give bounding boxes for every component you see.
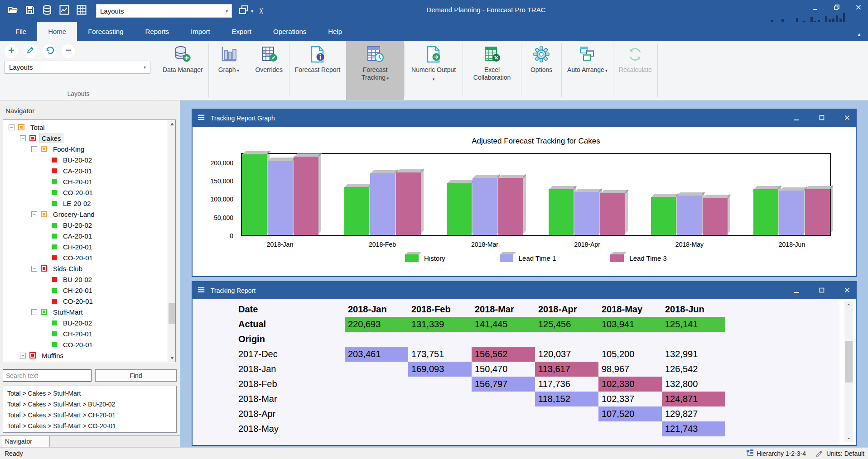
table-cell[interactable]: [472, 406, 535, 421]
table-cell[interactable]: [472, 421, 535, 436]
tree-item-co-20-01[interactable]: CO-20-01: [3, 339, 167, 350]
bar-lead-time-1-2018-feb[interactable]: [370, 173, 395, 235]
window-menu-button[interactable]: [197, 286, 205, 296]
table-cell[interactable]: [662, 332, 725, 347]
table-cell[interactable]: 102,330: [598, 377, 662, 392]
table-cell[interactable]: 156,562: [472, 347, 535, 362]
tree-item-ch-20-01[interactable]: CH-20-01: [3, 241, 167, 252]
table-cell[interactable]: [535, 406, 598, 421]
table-cell[interactable]: 120,037: [535, 347, 598, 362]
tree-item-ca-20-01[interactable]: CA-20-01: [3, 165, 167, 176]
bar-lead-time-1-2018-may[interactable]: [677, 196, 702, 235]
auto-arrange-button[interactable]: Auto Arrange ▾: [562, 41, 613, 100]
table-cell[interactable]: 126,542: [662, 362, 725, 377]
tree-item-bu-20-02[interactable]: BU-20-02: [3, 274, 167, 285]
table-cell[interactable]: [345, 332, 408, 347]
undo-layout-button[interactable]: [43, 44, 56, 58]
excel-collaboration-button[interactable]: Excel Collaboration: [463, 41, 521, 100]
table-cell[interactable]: 102,337: [598, 392, 662, 406]
tab-file[interactable]: File: [5, 22, 37, 41]
graph-button[interactable]: Graph ▾: [209, 41, 249, 100]
close-button[interactable]: [842, 113, 852, 123]
table-cell[interactable]: 141,445: [472, 317, 535, 332]
expander-collapse-icon[interactable]: −: [31, 266, 37, 272]
table-cell[interactable]: 121,743: [662, 421, 725, 436]
table-cell[interactable]: [408, 332, 472, 347]
table-cell[interactable]: 129,827: [662, 406, 725, 421]
tab-help[interactable]: Help: [317, 22, 353, 41]
search-result-item[interactable]: Total > Cakes > Stuff-Mart > CO-20-01: [3, 421, 176, 431]
table-cell[interactable]: 117,736: [535, 377, 598, 392]
expander-collapse-icon[interactable]: −: [20, 353, 26, 359]
tab-home[interactable]: Home: [37, 22, 77, 41]
bar-lead-time-1-2018-jan[interactable]: [268, 161, 293, 235]
tree-item-sids-club[interactable]: −Sids-Club: [3, 263, 167, 274]
tree-item-bu-20-02[interactable]: BU-20-02: [3, 317, 167, 328]
table-cell[interactable]: [408, 406, 472, 421]
table-cell[interactable]: [345, 421, 408, 436]
table-cell[interactable]: 98,967: [598, 362, 662, 377]
tab-forecasting[interactable]: Forecasting: [77, 22, 134, 41]
options-button[interactable]: Options: [521, 41, 561, 100]
restore-button[interactable]: [832, 3, 842, 13]
table-cell[interactable]: 203,461: [345, 347, 408, 362]
minimize-button[interactable]: [791, 286, 801, 296]
scroll-up-icon[interactable]: [168, 120, 176, 128]
bar-lead-time-3-2018-feb[interactable]: [396, 172, 421, 235]
qat-customize-button[interactable]: ╳︎: [260, 10, 263, 12]
scroll-down-icon[interactable]: [168, 354, 176, 362]
table-cell[interactable]: 118,152: [535, 392, 598, 406]
open-project-button[interactable]: [7, 5, 18, 17]
expander-collapse-icon[interactable]: −: [31, 211, 37, 217]
tree-item-co-20-01[interactable]: CO-20-01: [3, 296, 167, 306]
data-button[interactable]: [42, 5, 53, 17]
tree-item-co-20-01[interactable]: CO-20-01: [3, 187, 167, 198]
table-cell[interactable]: 131,339: [408, 317, 472, 332]
tree-scrollbar[interactable]: [168, 120, 175, 362]
table-cell[interactable]: 156,797: [472, 377, 535, 392]
ribbon-layout-selector[interactable]: Layouts ▾: [5, 61, 150, 74]
table-cell[interactable]: [345, 406, 408, 421]
bar-lead-time-1-2018-mar[interactable]: [473, 178, 497, 235]
bar-history-2018-may[interactable]: [651, 197, 676, 235]
bar-history-2018-apr[interactable]: [549, 189, 574, 235]
tree-item-le-20-02[interactable]: LE-20-02: [3, 198, 167, 209]
bar-history-2018-jun[interactable]: [753, 189, 778, 235]
minimize-button[interactable]: [791, 113, 801, 123]
bar-lead-time-1-2018-jun[interactable]: [779, 191, 804, 235]
table-cell[interactable]: 132,991: [662, 347, 725, 362]
table-cell[interactable]: [535, 421, 598, 436]
table-cell[interactable]: [408, 377, 472, 392]
add-layout-button[interactable]: [5, 44, 18, 58]
bar-lead-time-3-2018-jun[interactable]: [805, 189, 830, 235]
overrides-button[interactable]: Overrides: [249, 41, 289, 100]
close-button[interactable]: [854, 3, 863, 13]
table-cell[interactable]: 107,520: [598, 406, 662, 421]
tree-item-food-king[interactable]: +Food-King: [3, 361, 167, 362]
tab-import[interactable]: Import: [180, 22, 221, 41]
table-cell[interactable]: [472, 332, 535, 347]
table-cell[interactable]: 113,617: [535, 362, 598, 377]
table-cell[interactable]: [345, 362, 408, 377]
forecast-tracking-button[interactable]: Forecast Tracking ▾: [346, 41, 404, 100]
table-cell[interactable]: [408, 421, 472, 436]
table-cell[interactable]: 105,200: [598, 347, 662, 362]
tree-item-cakes[interactable]: −Cakes: [3, 133, 167, 143]
find-button[interactable]: Find: [95, 369, 177, 382]
report-scrollbar[interactable]: ⌃ ⌄: [844, 301, 853, 442]
numeric-output-button[interactable]: Numeric Output ▾: [405, 41, 463, 100]
tree-item-food-king[interactable]: −Food-King: [3, 143, 167, 154]
search-result-item[interactable]: Total > Cakes > Stuff-Mart > BU-20-02: [3, 399, 176, 410]
tree-item-total[interactable]: −Total: [3, 122, 167, 133]
minimize-button[interactable]: [810, 3, 820, 13]
maximize-button[interactable]: [817, 113, 827, 123]
bar-lead-time-3-2018-jan[interactable]: [294, 157, 318, 235]
edit-layout-button[interactable]: [24, 44, 37, 58]
save-button[interactable]: [24, 5, 35, 17]
scroll-thumb[interactable]: [845, 341, 853, 382]
table-cell[interactable]: 124,871: [662, 392, 725, 406]
remove-layout-button[interactable]: [62, 44, 75, 58]
report-window-titlebar[interactable]: Tracking Report: [193, 282, 856, 299]
bar-lead-time-3-2018-apr[interactable]: [600, 193, 625, 235]
report-quick-button[interactable]: [76, 5, 87, 17]
